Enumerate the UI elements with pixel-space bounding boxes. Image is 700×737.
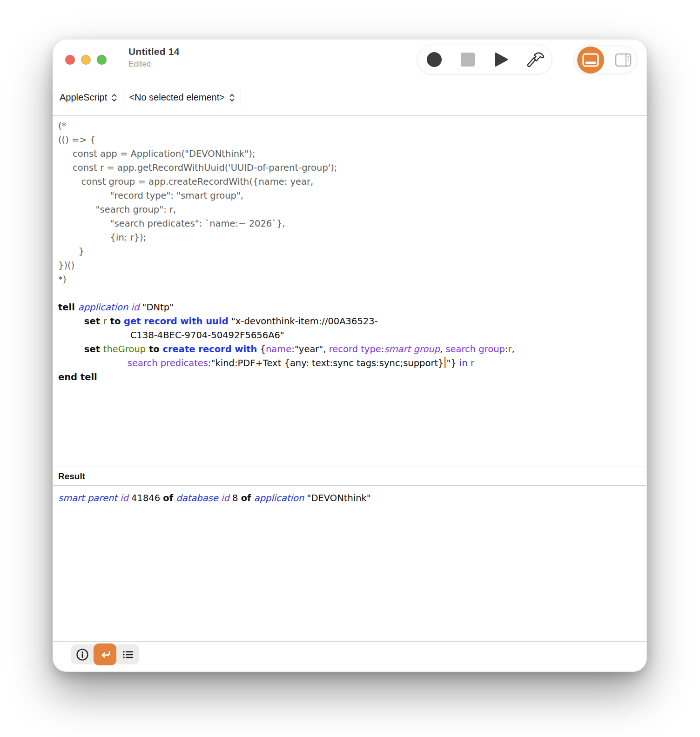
chevron-up-down-icon [111, 93, 117, 103]
element-dropdown-label: <No selected element> [129, 92, 225, 103]
code-line: })() [58, 259, 643, 273]
code-line: C138-4BEC-9704-50492F5656A6" [58, 328, 643, 342]
window-title-block: Untitled 14 Edited [128, 46, 180, 69]
stop-button[interactable] [458, 49, 478, 70]
script-editor-window: Untitled 14 Edited [53, 39, 647, 672]
result-mode-segmented-control [71, 644, 139, 664]
code-line: "search group": r, [58, 203, 643, 217]
code-line: {in: r}); [58, 231, 643, 245]
result-output: smart parent id 41846 of database id 8 o… [53, 486, 646, 641]
side-panel-icon [614, 53, 632, 67]
titlebar: Untitled 14 Edited [53, 40, 646, 80]
script-controls-toolbar [417, 45, 552, 74]
code-line [58, 287, 643, 301]
element-dropdown[interactable]: <No selected element> [129, 92, 235, 103]
view-toggle-toolbar [574, 46, 637, 74]
compile-button[interactable] [525, 49, 545, 70]
code-editor[interactable]: (*(() => { const app = Application("DEVO… [53, 116, 646, 467]
info-icon [76, 648, 89, 661]
traffic-lights [65, 55, 107, 65]
show-log-button[interactable] [116, 644, 139, 664]
code-line: (() => { [58, 133, 643, 147]
code-line: set r to get record with uuid "x-devonth… [58, 315, 643, 328]
result-line: smart parent id 41846 of database id 8 o… [58, 491, 643, 505]
show-info-button[interactable] [71, 644, 94, 664]
code-line: "record type": "smart group", [58, 189, 643, 203]
bottom-panel-icon [582, 53, 599, 67]
record-button[interactable] [424, 49, 444, 70]
language-dropdown[interactable]: AppleScript [60, 92, 117, 103]
show-result-button[interactable] [94, 643, 116, 665]
navigation-bar: AppleScript <No selected element> [53, 80, 646, 116]
code-line: tell application id "DNtp" [58, 301, 643, 315]
code-line: const r = app.getRecordWithUuid('UUID-of… [58, 161, 643, 175]
close-button[interactable] [65, 55, 75, 65]
compile-hammer-icon [525, 49, 545, 70]
code-line: end tell [58, 370, 643, 384]
text-cursor [444, 357, 446, 368]
chevron-up-down-icon [229, 93, 235, 103]
window-title: Untitled 14 [128, 46, 180, 57]
code-line: search predicates:"kind:PDF+Text {any: t… [58, 356, 643, 370]
run-icon [494, 52, 508, 67]
separator [241, 90, 241, 106]
code-line: *) [58, 273, 643, 287]
code-line: const app = Application("DEVONthink"); [58, 147, 643, 161]
code-line: (* [58, 119, 643, 133]
result-header: Result [53, 467, 646, 486]
language-dropdown-label: AppleScript [60, 92, 107, 103]
window-subtitle: Edited [128, 60, 180, 69]
code-line: set theGroup to create record with {name… [58, 342, 643, 356]
status-bar [53, 641, 646, 672]
zoom-button[interactable] [97, 55, 107, 65]
return-icon [98, 648, 112, 662]
bottom-panel-toggle[interactable] [577, 47, 604, 74]
code-line: "search predicates": `name:~ 2026`}, [58, 217, 643, 231]
code-line: } [58, 245, 643, 259]
list-icon [121, 648, 135, 661]
result-header-label: Result [58, 471, 85, 482]
run-button[interactable] [491, 49, 511, 70]
minimize-button[interactable] [81, 55, 91, 65]
record-icon [426, 51, 443, 68]
code-line: const group = app.createRecordWith({name… [58, 175, 643, 189]
side-panel-toggle[interactable] [613, 50, 633, 70]
separator [123, 90, 123, 106]
stop-icon [460, 52, 475, 67]
